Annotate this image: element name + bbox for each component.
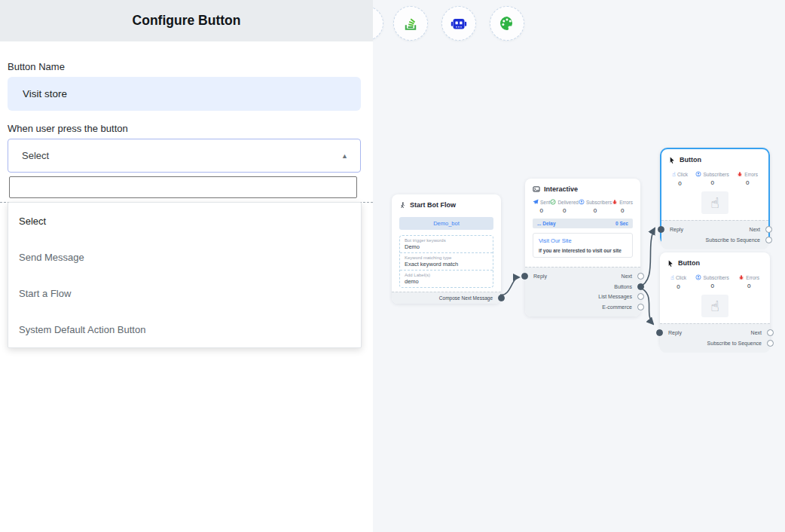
option-search-input[interactable] <box>9 176 357 198</box>
delay-label: ... Delay <box>537 221 556 226</box>
bot-name-pill[interactable]: Demo_bot <box>399 217 493 230</box>
stat-subscribers: Subscribers 0 <box>579 199 612 214</box>
button-action-label: When user press the button <box>8 123 128 134</box>
node-title-text: Button <box>680 156 701 164</box>
stack-icon <box>402 15 419 32</box>
subscribe-sequence-connector[interactable] <box>765 237 772 243</box>
next-connector[interactable] <box>637 273 644 280</box>
output-connector[interactable] <box>498 295 505 301</box>
reply-input-label: Reply <box>668 330 682 335</box>
field-value: demo <box>405 278 488 285</box>
edge-start-to-interactive <box>500 277 519 295</box>
option-send-message[interactable]: Send Message <box>8 239 361 275</box>
walking-person-icon <box>399 202 406 209</box>
next-output-label: Next <box>751 330 762 335</box>
check-circle-icon <box>550 199 556 205</box>
panel-header: Configure Button <box>0 0 373 41</box>
field-row: Bot trigger keywords Demo <box>400 236 493 253</box>
option-select[interactable]: Select <box>8 203 361 239</box>
stat-subscribers: Subscribers 0 <box>695 171 728 187</box>
configure-button-panel: Configure Button Button Name When user p… <box>0 0 373 532</box>
field-value: Exact keyword match <box>405 261 488 268</box>
message-body: if you are interested to visit our site <box>539 248 627 253</box>
field-row: Add Label(s) demo <box>400 271 493 287</box>
tap-hand-icon: ☝ <box>701 191 728 214</box>
node-title-text: Start Bot Flow <box>410 201 456 209</box>
stat-click: ☝ Click 0 <box>670 274 686 290</box>
stat-click: ☝ Click 0 <box>672 171 688 187</box>
ecommerce-connector[interactable] <box>637 304 644 310</box>
tap-hand-icon: ☝ <box>701 295 728 317</box>
option-system-default-action-button[interactable]: System Default Action Button <box>8 311 361 347</box>
field-row: Keyword matching type Exact keyword matc… <box>400 253 493 271</box>
next-connector[interactable] <box>765 226 772 233</box>
node-title-text: Interactive <box>544 185 578 193</box>
next-connector[interactable] <box>767 329 774 336</box>
delay-value: 0 Sec <box>615 221 628 226</box>
option-start-a-flow[interactable]: Start a Flow <box>8 275 361 311</box>
list-messages-output-label: List Messages <box>598 294 632 299</box>
interactive-card-icon <box>533 185 540 193</box>
stat-delivered: Delivered 0 <box>550 199 578 214</box>
palette-icon <box>498 14 516 32</box>
delay-bar[interactable]: ... Delay 0 Sec <box>533 219 633 228</box>
robot-icon <box>450 14 468 32</box>
reply-input-label: Reply <box>670 227 683 232</box>
list-messages-connector[interactable] <box>637 293 644 300</box>
click-hand-icon: ☝ <box>672 171 676 178</box>
buttons-output-label: Buttons <box>614 284 632 289</box>
user-circle-icon <box>695 171 701 177</box>
button-name-input[interactable] <box>8 77 361 111</box>
subscribe-sequence-output-label: Subscribe to Sequence <box>707 341 762 346</box>
field-label: Bot trigger keywords <box>405 238 488 243</box>
ecommerce-output-label: E-commerce <box>602 304 632 310</box>
interactive-message-preview[interactable]: Visit Our Site if you are interested to … <box>533 233 633 258</box>
action-select[interactable]: Select ▲ <box>8 139 361 173</box>
buttons-connector[interactable] <box>637 283 644 290</box>
next-output-label: Next <box>750 227 760 232</box>
button-name-label: Button Name <box>8 61 65 72</box>
cursor-icon <box>669 157 676 164</box>
node-title-text: Button <box>678 259 700 267</box>
bug-icon <box>738 274 744 280</box>
user-circle-icon <box>579 199 585 205</box>
stat-errors: Errors 0 <box>612 199 633 214</box>
stat-sent: Sent 0 <box>533 199 550 214</box>
node-interactive[interactable]: Interactive Sent 0 Delivered <box>525 179 640 316</box>
bug-icon <box>612 199 618 205</box>
page-title: Configure Button <box>133 13 241 29</box>
reply-connector[interactable] <box>656 329 663 336</box>
message-title: Visit Our Site <box>539 237 627 244</box>
compose-next-message-label: Compose Next Message <box>439 295 493 301</box>
bug-icon <box>737 171 743 177</box>
field-value: Demo <box>405 243 488 250</box>
action-option-list: Select Send Message Start a Flow System … <box>8 202 362 348</box>
chevron-up-icon: ▲ <box>341 152 348 160</box>
subscribe-sequence-output-label: Subscribe to Sequence <box>706 237 760 243</box>
subscribe-sequence-connector[interactable] <box>767 340 774 347</box>
stat-subscribers: Subscribers 0 <box>695 274 728 290</box>
click-hand-icon: ☝ <box>670 274 674 281</box>
reply-connector[interactable] <box>521 273 528 280</box>
node-button-1[interactable]: Button ☝ Click 0 Subscribers 0 <box>660 148 770 245</box>
toolbar-item-bot[interactable] <box>441 6 476 41</box>
field-label: Add Label(s) <box>405 273 488 277</box>
node-button-2[interactable]: Button ☝ Click 0 Subscribers 0 <box>660 252 770 348</box>
next-output-label: Next <box>622 274 632 279</box>
stat-errors: Errors 0 <box>737 171 758 187</box>
field-label: Keyword matching type <box>405 255 488 260</box>
toolbar-item-theme[interactable] <box>490 6 524 41</box>
paper-plane-icon <box>533 199 539 205</box>
node-start-bot-flow[interactable]: Start Bot Flow Demo_bot Bot trigger keyw… <box>392 194 501 304</box>
toolbar-item-flows[interactable] <box>393 6 428 41</box>
action-select-value: Select <box>22 150 49 161</box>
reply-connector[interactable] <box>658 226 664 233</box>
user-circle-icon <box>695 274 701 280</box>
cursor-icon <box>667 260 674 267</box>
reply-input-label: Reply <box>533 274 547 279</box>
bot-fields: Bot trigger keywords Demo Keyword matchi… <box>399 235 493 288</box>
stat-errors: Errors 0 <box>738 274 759 290</box>
